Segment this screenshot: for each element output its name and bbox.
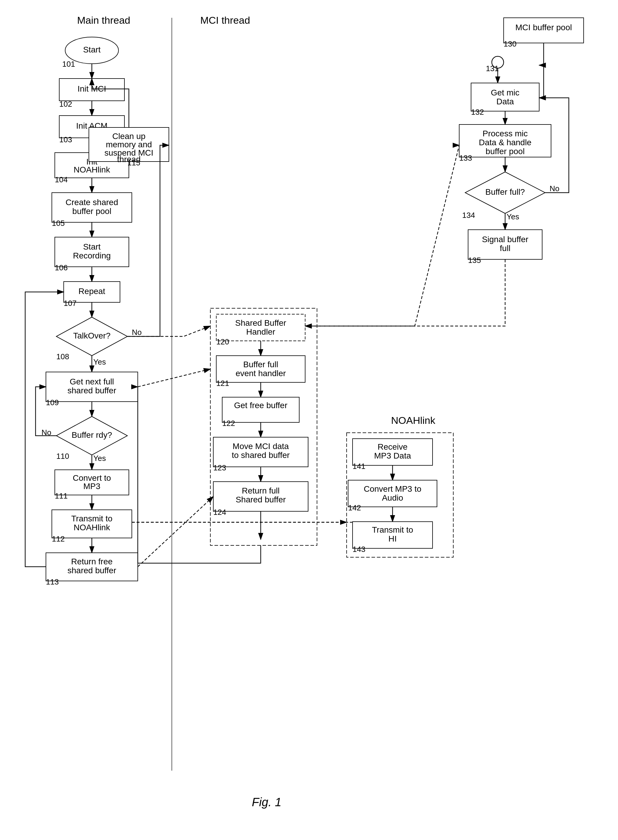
label-133: 133 [459, 153, 472, 162]
label-102: 102 [59, 100, 72, 109]
label-134: 134 [462, 211, 475, 220]
convert-mp3-audio-label1: Convert MP3 to [364, 484, 422, 494]
start-recording-label1: Start [83, 242, 100, 251]
create-buffer-label1: Create shared [65, 198, 118, 207]
label-105: 105 [52, 219, 65, 227]
noahlink-section-header: NOAHlink [391, 415, 435, 426]
return-full-shared-label2: Shared buffer [236, 495, 285, 504]
label-131: 131 [486, 64, 499, 73]
receive-mp3-label1: Receive [377, 442, 407, 451]
label-107: 107 [64, 299, 76, 308]
label-123: 123 [213, 463, 226, 472]
talkover-yes-label: Yes [93, 357, 106, 366]
return-full-shared-label1: Return full [242, 486, 280, 495]
label-109: 109 [46, 398, 59, 407]
start-recording-label2: Recording [73, 251, 111, 260]
convert-mp3-audio-label2: Audio [382, 493, 403, 503]
convert-mp3-label2: MP3 [83, 482, 100, 491]
label-143: 143 [352, 545, 365, 554]
get-mic-data-label1: Get mic [491, 88, 519, 97]
process-mic-label2: Data & handle [479, 138, 531, 147]
cleanup-label2: memory and [106, 140, 152, 149]
repeat-label: Repeat [79, 287, 105, 296]
buffer-full-event-label1: Buffer full [243, 360, 278, 369]
fig-caption: Fig. 1 [252, 795, 281, 809]
label-111: 111 [55, 491, 68, 500]
start-label: Start [83, 45, 100, 54]
label-104: 104 [55, 175, 68, 184]
mci-buffer-pool-label1: MCI buffer pool [515, 23, 572, 32]
transmit-noahlink-label1: Transmit to [71, 514, 113, 523]
get-free-buffer-label1: Get free buffer [234, 401, 287, 410]
transmit-hi-label2: HI [388, 534, 397, 543]
buffer-full-yes: Yes [507, 212, 519, 221]
label-112: 112 [52, 534, 65, 543]
signal-buffer-label1: Signal buffer [482, 235, 529, 244]
get-mic-data-label2: Data [496, 97, 514, 106]
label-108: 108 [56, 352, 69, 361]
process-mic-label3: buffer pool [486, 147, 525, 156]
cleanup-label1: Clean up [112, 132, 146, 141]
mci-thread-header: MCI thread [200, 15, 250, 26]
label-101: 101 [62, 59, 75, 68]
label-141: 141 [352, 462, 365, 471]
talkover-label: TalkOver? [73, 331, 110, 340]
diagram-container: Main thread MCI thread Start 101 Init MC… [0, 0, 618, 840]
label-106: 106 [55, 263, 68, 272]
get-next-full-label2: shared buffer [68, 386, 116, 395]
label-132: 132 [471, 108, 484, 116]
label-135: 135 [468, 256, 481, 265]
buffer-rdy-label: Buffer rdy? [72, 430, 112, 440]
label-113: 113 [46, 577, 59, 586]
shared-buffer-handler-label2: Handler [246, 327, 275, 336]
move-mci-data-label1: Move MCI data [233, 442, 289, 451]
buffer-full-label: Buffer full? [485, 187, 525, 196]
label-124: 124 [213, 508, 226, 517]
move-mci-data-label2: to shared buffer [232, 450, 290, 460]
init-noahlink-label2: NOAHlink [74, 165, 110, 174]
label-121: 121 [216, 379, 229, 388]
get-next-full-label1: Get next full [70, 377, 114, 386]
label-122: 122 [222, 419, 235, 428]
return-free-label1: Return free [71, 557, 113, 566]
create-buffer-label2: buffer pool [72, 207, 111, 216]
label-142: 142 [348, 503, 361, 512]
receive-mp3-label2: MP3 Data [374, 451, 411, 460]
label-120: 120 [216, 337, 229, 346]
buffer-full-no: No [550, 184, 559, 193]
label-103: 103 [59, 135, 72, 144]
transmit-hi-label1: Transmit to [372, 525, 413, 534]
transmit-noahlink-label2: NOAHlink [74, 523, 110, 532]
main-thread-header: Main thread [77, 15, 130, 26]
return-free-label2: shared buffer [68, 566, 116, 575]
buffer-rdy-yes-label: Yes [93, 454, 106, 463]
shared-buffer-handler-label1: Shared Buffer [235, 318, 286, 327]
label-130: 130 [504, 39, 516, 48]
signal-buffer-label2: full [500, 244, 511, 253]
process-mic-label1: Process mic [483, 129, 527, 138]
convert-mp3-label1: Convert to [73, 473, 111, 483]
label-115: 115 [128, 158, 140, 167]
talkover-no-label: No [132, 328, 142, 337]
label-110: 110 [56, 452, 69, 461]
buffer-full-event-label2: event handler [236, 369, 286, 378]
